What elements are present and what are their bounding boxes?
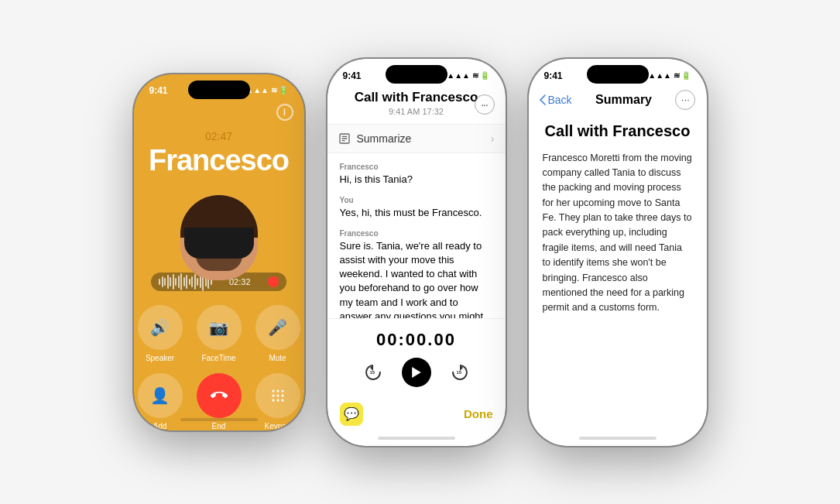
phone-2: 9:41 ▲▲▲ ≋ 🔋 Call with Francesco 9:41 AM…	[327, 59, 506, 446]
svg-marker-14	[412, 367, 421, 378]
dynamic-island-1	[188, 81, 250, 99]
add-button[interactable]: 👤 Add	[137, 373, 183, 430]
summary-screen: 9:41 ▲▲▲ ≋ 🔋 Back Summary ··· Call with …	[529, 59, 707, 446]
svg-point-8	[281, 399, 283, 401]
play-icon	[411, 367, 422, 378]
svg-point-1	[276, 389, 279, 392]
svg-point-7	[276, 399, 279, 401]
skip-back-button[interactable]: 15	[362, 361, 385, 384]
message-2: You Yes, hi, this must be Francesco.	[340, 196, 493, 220]
home-indicator-2	[378, 437, 455, 440]
mute-icon-circle: 🎤	[255, 305, 300, 350]
call-timer: 02:47	[134, 130, 304, 142]
svg-point-0	[272, 389, 274, 392]
player-controls: 15 15	[362, 358, 471, 387]
call-buttons: 🔊 Speaker 📷 FaceTime 🎤 Mute 👤 Add	[137, 305, 301, 430]
info-icon[interactable]: i	[276, 104, 293, 121]
speaker-button[interactable]: 🔊 Speaker	[137, 305, 183, 362]
back-label: Back	[548, 94, 572, 106]
memoji-shirt	[184, 228, 254, 259]
status-icons-1: ▲▲▲ ≋ 🔋	[245, 86, 288, 94]
keypad-icon-circle	[255, 373, 300, 418]
message-1: Francesco Hi, is this Tania?	[340, 163, 493, 187]
skip-forward-button[interactable]: 15	[448, 361, 471, 384]
more-options-button-3[interactable]: ···	[675, 90, 695, 110]
call-screen: 9:41 ▲▲▲ ≋ 🔋 02:47 Francesco i	[134, 74, 304, 430]
time-1: 9:41	[149, 85, 168, 96]
svg-point-4	[276, 394, 279, 396]
transcript-body: Francesco Hi, is this Tania? You Yes, hi…	[327, 153, 506, 318]
status-icons-3: ▲▲▲ ≋ 🔋	[648, 71, 691, 80]
back-button[interactable]: Back	[540, 94, 572, 106]
summary-text: Francesco Moretti from the moving compan…	[543, 151, 693, 316]
dynamic-island-3	[587, 65, 649, 84]
dynamic-island-2	[386, 65, 447, 84]
sender-1: Francesco	[340, 163, 493, 171]
end-icon-circle	[197, 373, 242, 418]
done-button[interactable]: Done	[464, 407, 493, 420]
svg-point-2	[281, 389, 283, 392]
text-1: Hi, is this Tania?	[340, 173, 493, 187]
time-2: 9:41	[343, 70, 362, 81]
facetime-icon-circle: 📷	[197, 305, 242, 350]
summary-nav: Back Summary ···	[529, 84, 707, 115]
chat-icon[interactable]: 💬	[340, 403, 363, 426]
transcript-footer: 💬 Done	[327, 396, 506, 437]
mute-button[interactable]: 🎤 Mute	[255, 305, 301, 362]
skip-back-icon: 15	[363, 362, 383, 382]
transcript-subtitle: 9:41 AM 17:32	[340, 107, 493, 116]
summarize-icon	[338, 132, 351, 145]
caller-name: Francesco	[134, 146, 304, 175]
player-time: 00:00.00	[376, 330, 456, 350]
phone-1: 9:41 ▲▲▲ ≋ 🔋 02:47 Francesco i	[134, 74, 304, 430]
summary-nav-title: Summary	[595, 93, 652, 107]
keypad-button[interactable]: Keypad	[255, 373, 301, 430]
facetime-button[interactable]: 📷 FaceTime	[196, 305, 242, 362]
svg-text:15: 15	[456, 370, 461, 375]
svg-point-3	[272, 394, 274, 396]
summarize-left: Summarize	[338, 132, 412, 145]
text-2: Yes, hi, this must be Francesco.	[340, 206, 493, 220]
summary-title: Call with Francesco	[543, 122, 693, 140]
message-3: Francesco Sure is. Tania, we're all read…	[340, 229, 493, 318]
transcript-title: Call with Francesco	[340, 90, 493, 105]
sender-2: You	[340, 196, 493, 204]
svg-text:15: 15	[369, 370, 375, 375]
transcript-screen: 9:41 ▲▲▲ ≋ 🔋 Call with Francesco 9:41 AM…	[327, 59, 506, 446]
transcript-header: Call with Francesco 9:41 AM 17:32 ···	[327, 84, 506, 125]
time-3: 9:41	[544, 70, 563, 81]
summarize-label: Summarize	[357, 132, 412, 145]
summarize-chevron-icon: ›	[491, 132, 495, 145]
avatar	[169, 187, 269, 259]
summarize-row[interactable]: Summarize ›	[327, 125, 506, 153]
home-indicator-3	[579, 437, 657, 440]
player: 00:00.00 15	[327, 318, 506, 396]
svg-point-5	[281, 394, 283, 396]
phone-3: 9:41 ▲▲▲ ≋ 🔋 Back Summary ··· Call with …	[529, 59, 707, 446]
status-icons-2: ▲▲▲ ≋ 🔋	[447, 71, 489, 80]
speaker-icon-circle: 🔊	[138, 305, 183, 350]
svg-point-6	[272, 399, 274, 401]
home-indicator-1	[180, 418, 258, 421]
skip-forward-icon: 15	[450, 362, 470, 382]
record-dot	[268, 276, 279, 287]
add-icon-circle: 👤	[138, 373, 183, 418]
more-options-button[interactable]: ···	[475, 94, 495, 115]
end-button[interactable]: End	[196, 373, 242, 430]
play-button[interactable]	[402, 358, 431, 387]
text-3: Sure is. Tania, we're all ready to assis…	[340, 239, 493, 318]
back-chevron-icon	[540, 94, 546, 105]
summary-body: Call with Francesco Francesco Moretti fr…	[529, 115, 707, 437]
sender-3: Francesco	[340, 229, 493, 238]
